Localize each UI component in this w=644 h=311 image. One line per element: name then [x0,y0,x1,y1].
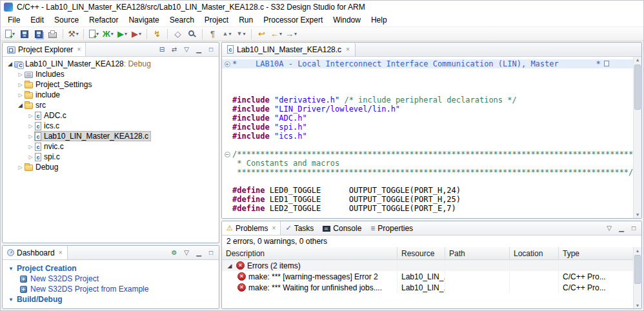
problems-scrollbar[interactable]: ▲ ▼ [633,247,641,308]
flash-programmer-button[interactable]: ↯ [150,28,164,41]
tree-item-project-settings[interactable]: ▷ Project_Settings [3,79,219,90]
menu-file[interactable]: File [3,14,25,26]
back-button[interactable]: ←▾ [269,28,283,41]
close-icon[interactable]: × [272,225,276,232]
section-project-creation[interactable]: ▼ Project Creation [8,263,219,274]
menu-window[interactable]: Window [328,14,366,26]
next-annotation-button[interactable]: ▼▾ [234,28,248,41]
tree-item-spi-c[interactable]: ▷ spi.c [3,152,219,162]
column-resource[interactable]: Resource [397,247,445,259]
chevron-expanded-icon[interactable]: ◢ [16,102,25,108]
tab-console[interactable]: Console [318,221,366,235]
scrollbar-thumb[interactable] [634,65,641,110]
new-wizard-button[interactable]: ▾ [3,28,17,41]
chevron-collapsed-icon[interactable]: ▷ [26,154,35,160]
tree-item-project-root[interactable]: ◢ Lab10_LIN_Master_KEA128: Debug [3,59,219,69]
maximize-button[interactable]: □ [629,223,639,234]
scroll-up-icon[interactable]: ▲ [634,57,641,63]
chevron-collapsed-icon[interactable]: ▷ [26,123,35,129]
collapse-all-button[interactable]: ⊟ [157,45,167,55]
tree-item-include[interactable]: ▷ include [3,90,219,100]
close-icon[interactable]: × [59,249,63,256]
close-icon[interactable]: × [77,46,81,53]
last-edit-location-button[interactable]: ↩ [255,28,268,41]
view-menu-button[interactable]: ▽ [181,45,192,55]
menu-refactor[interactable]: Refactor [84,14,123,26]
menu-source[interactable]: Source [49,14,84,26]
open-element-button[interactable]: ◇ [171,28,185,41]
tree-item-main-c[interactable]: ▷ Lab10_LIN_Master_KEA128.c [3,131,219,141]
tab-problems[interactable]: ⚠ Problems × [222,221,281,235]
tab-tasks[interactable]: ✓ Tasks [281,221,318,235]
fold-collapsed-icon[interactable]: + [225,61,230,67]
show-whitespace-button[interactable]: ¶ [206,28,219,41]
menu-edit[interactable]: Edit [25,14,49,26]
column-type[interactable]: Type [559,247,641,259]
tab-editor-main-c[interactable]: Lab10_LIN_Master_KEA128.c × [222,43,356,56]
menu-processor-expert[interactable]: Processor Expert [258,14,328,26]
tree-item-debug[interactable]: ▷ Debug [3,162,219,172]
link-new-s32ds-project[interactable]: New S32DS Project [8,274,219,284]
menu-project[interactable]: Project [199,14,234,26]
save-button[interactable] [17,28,31,41]
chevron-collapsed-icon[interactable]: ▷ [16,92,25,98]
collapsed-region-icon[interactable] [604,61,609,66]
chevron-expanded-icon[interactable]: ◢ [6,61,14,67]
debug-button[interactable]: Ж▾ [101,28,115,41]
minimize-button[interactable]: ▁ [194,45,204,55]
scroll-down-icon[interactable]: ▼ [634,302,641,308]
maximize-button[interactable]: □ [206,45,216,55]
problems-group-row[interactable]: ◢×Errors (2 items) [222,260,641,271]
menu-search[interactable]: Search [165,14,199,26]
forward-button[interactable]: →▾ [284,28,298,41]
minimize-button[interactable]: ▁ [194,248,204,258]
fold-expanded-icon[interactable]: − [225,152,230,157]
view-menu-button[interactable]: ▽ [181,248,192,258]
run-button[interactable]: ▶▾ [116,28,129,41]
link-new-s32ds-project-from-example[interactable]: New S32DS Project from Example [8,284,219,294]
chevron-collapsed-icon[interactable]: ▷ [26,134,35,139]
problem-row[interactable]: ×make: *** [warning-messages] Error 2 La… [222,271,641,282]
menu-navigate[interactable]: Navigate [123,14,164,26]
link-with-editor-button[interactable]: ⇄ [169,45,179,55]
tree-item-includes[interactable]: ▷ Includes [3,69,219,79]
save-all-button[interactable] [32,28,45,41]
chevron-collapsed-icon[interactable]: ▷ [16,165,25,170]
minimize-button[interactable]: ▁ [616,223,627,234]
menu-help[interactable]: Help [366,14,392,26]
tree-item-src[interactable]: ◢ src [3,100,219,110]
view-menu-button[interactable]: ▽ [604,223,614,234]
previous-annotation-button[interactable]: ▲▾ [220,28,234,41]
selected-tree-item[interactable]: Lab10_LIN_Master_KEA128.c [35,132,150,141]
scroll-up-icon[interactable]: ▲ [634,247,641,254]
tree-item-adc-c[interactable]: ▷ ADC.c [3,110,219,121]
tree-item-ics-c[interactable]: ▷ ics.c [3,121,219,131]
maximize-button[interactable]: □ [206,248,216,258]
search-button[interactable] [185,28,199,41]
print-button[interactable] [46,28,59,41]
chevron-collapsed-icon[interactable]: ▷ [26,113,35,119]
problem-row[interactable]: ×make: *** Waiting for unfinished jobs..… [222,282,641,293]
tab-properties[interactable]: ≡ Properties [366,221,418,235]
column-location[interactable]: Location [510,247,559,259]
tab-project-explorer[interactable]: Project Explorer × [3,43,86,56]
chevron-collapsed-icon[interactable]: ▷ [16,82,25,88]
chevron-expanded-icon[interactable]: ◢ [226,263,234,269]
tab-dashboard[interactable]: Dashboard × [3,246,68,259]
column-description[interactable]: Description [222,247,397,259]
code-editor[interactable]: +* LAB10A - Local Interconnect Interface… [222,57,641,218]
new-c-file-button[interactable]: ▾ [87,28,101,41]
section-build-debug[interactable]: ▼ Build/Debug [8,294,219,305]
build-button[interactable]: ⚒▾ [66,28,80,41]
chevron-collapsed-icon[interactable]: ▷ [26,144,35,150]
external-tools-button[interactable]: ▶▾ [130,28,143,41]
chevron-collapsed-icon[interactable]: ▷ [16,72,25,77]
editor-scrollbar[interactable]: ▲ ▼ [633,57,641,218]
gear-icon[interactable]: ⚙ [169,248,179,258]
close-icon[interactable]: × [346,46,350,53]
menu-run[interactable]: Run [234,14,258,26]
scroll-down-icon[interactable]: ▼ [634,212,641,218]
scrollbar-thumb[interactable] [634,255,641,284]
tree-item-nvic-c[interactable]: ▷ nvic.c [3,141,219,152]
column-path[interactable]: Path [445,247,510,259]
